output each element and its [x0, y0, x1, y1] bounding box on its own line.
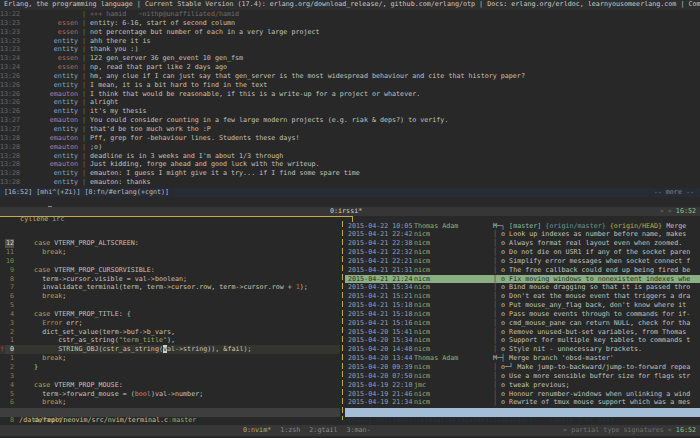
commit-date: 2015-04-21 21:31 — [348, 266, 414, 275]
chat-nick: essen — [28, 19, 78, 28]
tmux-statusbar-outer: Foo local 0:nvim*1:zsh2:gtail3:man- » pa… — [0, 425, 700, 436]
commit-row[interactable]: 2015-04-21 22:32nicm│ o Do not die on US… — [345, 248, 700, 257]
chat-line: 13:27entity | that'd be too much work th… — [0, 125, 700, 134]
pane-border-vertical[interactable] — [342, 221, 343, 420]
commit-row[interactable]: 2015-04-21 22:21nicm│ o Simplify error m… — [345, 257, 700, 266]
code-line: 10 — [0, 257, 340, 266]
line-number: 2 — [5, 363, 14, 372]
commit-row[interactable]: 2015-04-19 22:10jmc│ o tweak previous; — [345, 381, 700, 390]
line-number: 5 — [5, 301, 14, 310]
code-line: 8 term->cursor.visible = val->boolean; — [0, 275, 340, 284]
chat-message: not percentage but number of each in a v… — [90, 28, 320, 36]
tmux-window-tab[interactable]: 3:man- — [347, 426, 371, 434]
chat-nick: entity — [28, 37, 78, 46]
commit-row[interactable]: 2015-04-21 15:34nicm│ o Bind mouse dragg… — [345, 283, 700, 292]
tmux-window-tab-irssi[interactable]: 0:irssi* — [330, 207, 362, 216]
commit-row[interactable]: 2015-04-20 14:48nicm│ o Style nit - unne… — [345, 345, 700, 354]
chat-nick: entity — [28, 72, 78, 81]
line-number: 0 — [5, 345, 14, 354]
line-number: 7 — [5, 283, 14, 292]
chat-line: 13:28emauton | Just kidding, forge ahead… — [0, 160, 700, 169]
chat-nick: entity — [28, 98, 78, 107]
commit-row[interactable]: 2015-04-21 15:18nicm│ o Put mouse_any_fl… — [345, 301, 700, 310]
code-line: 1 break; — [0, 354, 340, 363]
commit-date: 2015-04-21 15:16 — [348, 319, 414, 328]
commit-author: nicm — [414, 390, 493, 399]
code-line: 1 cstr_as_string("term_title"), — [0, 336, 340, 345]
commit-date: 2015-04-20 07:50 — [348, 372, 414, 381]
commit-author: nicm — [414, 266, 493, 275]
commit-row[interactable]: 2015-04-21 15:18nicm│ o Pass mouse event… — [345, 310, 700, 319]
commit-row[interactable]: 2015-04-20 09:39nicm│ o─┘ Make jump-to-b… — [345, 363, 700, 372]
line-number: 6 — [5, 398, 14, 407]
chat-line: 13:26entity | it's my thesis — [0, 107, 700, 116]
tmux-window-tab[interactable]: 2:gtail — [309, 426, 337, 434]
chat-line: 13:28emauton | ;o) — [0, 143, 700, 152]
commit-row[interactable]: 2015-04-20 13:44Thomas AdamM─┤ Merge bra… — [345, 354, 700, 363]
commit-row[interactable]: 2015-04-20 07:50nicm│ o Use a more sensi… — [345, 372, 700, 381]
commit-date: 2015-04-21 15:18 — [348, 301, 414, 310]
commit-author: nicm — [414, 283, 493, 292]
chat-message: Just kidding, forge ahead and good luck … — [90, 160, 320, 168]
chat-area[interactable]: 13:22 | +++ hamid ~nithp@unaffiliated/ha… — [0, 10, 700, 187]
chat-nick: entity — [28, 178, 78, 187]
commit-row[interactable]: 2015-04-21 15:21nicm│ o Don't eat the mo… — [345, 292, 700, 301]
code-line: !0 STRING_OBJ(cstr_as_string(val->string… — [0, 345, 340, 354]
commit-author: nicm — [414, 345, 493, 354]
vim-pane[interactable]: 12 case VTERM_PROP_ALTSCREEN: 11 break; … — [0, 222, 340, 438]
clock-outer: 16:52 — [676, 426, 696, 434]
chat-line: 13:24essen | np, read that part like 2 d… — [0, 63, 700, 72]
line-number: 8 — [5, 275, 14, 284]
tmux-window-tab[interactable]: 1:zsh — [280, 426, 300, 434]
irssi-statusbar: [16:52] [mhi^(+Zi)] [8:fn/#erlang(+cgnt)… — [0, 188, 700, 198]
tmux-window-tab[interactable]: 0:nvim* — [243, 426, 271, 434]
commit-author: nicm — [414, 310, 493, 319]
tmux-window-list: 0:nvim*1:zsh2:gtail3:man- — [243, 425, 380, 436]
chat-message: ;o) — [90, 143, 102, 151]
chat-nick: emauton — [28, 134, 78, 143]
chat-line: 13:23essen | not percentage but number o… — [0, 28, 700, 37]
chat-message: that'd be too much work tho :P — [90, 125, 211, 133]
chat-message: np, read that part like 2 days ago — [90, 63, 227, 71]
commit-row[interactable]: 2015-04-21 22:38nicm│ o Always format re… — [345, 239, 700, 248]
line-number: 2 — [5, 328, 14, 337]
irc-input-line[interactable]: #erlang — [0, 198, 700, 207]
commit-author: nicm — [414, 239, 493, 248]
vim-git-branch: master — [172, 416, 196, 424]
chat-nick: emauton — [28, 116, 78, 125]
irssi-statusbar-info: [16:52] [mhi^(+Zi)] [8:fn/#erlang(+cgnt)… — [4, 188, 169, 197]
code-line: 2 } — [0, 363, 340, 372]
code-line: 3 — [0, 372, 340, 381]
chat-message: entity: 6-16, start of second column — [90, 19, 235, 27]
commit-row[interactable]: 2015-04-21 15:16nicm│ o cmd_mouse_pane c… — [345, 319, 700, 328]
commit-date: 2015-04-21 22:38 — [348, 239, 414, 248]
commit-date: 2015-04-21 21:24 — [348, 275, 414, 284]
status-note: » partial type signatures « — [563, 426, 672, 434]
chat-message: 122 gen_server 36 gen_event 10 gen_fsm — [90, 54, 243, 62]
commit-date: 2015-04-19 22:10 — [348, 381, 414, 390]
chat-line: 13:26entity | hm, any clue if I can just… — [0, 72, 700, 81]
line-number: 12 — [5, 239, 14, 248]
commit-author: nicm — [414, 275, 493, 284]
commit-row[interactable]: 2015-04-21 21:31nicm│ o The free callbac… — [345, 266, 700, 275]
line-number: 5 — [5, 390, 14, 399]
code-line: 3 Error err; — [0, 319, 340, 328]
code-line: 6 break; — [0, 292, 340, 301]
chat-message: ahh there it is — [90, 37, 150, 45]
code-line: 5 term->forward_mouse = (bool)val->numbe… — [0, 390, 340, 399]
tig-pane[interactable]: 2015-04-22 10:05Thomas AdamM─┐ [master] … — [345, 222, 700, 408]
commit-row[interactable]: 2015-04-19 21:34nicm│ o Rewrite of tmux … — [345, 398, 700, 407]
commit-date: 2015-04-20 15:41 — [348, 328, 414, 337]
chat-nick: essen — [28, 54, 78, 63]
chat-nick: emauton — [28, 160, 78, 169]
commit-date: 2015-04-21 15:18 — [348, 310, 414, 319]
commit-author: nicm — [414, 319, 493, 328]
commit-row[interactable]: 2015-04-20 15:34nicm│ o Support for mult… — [345, 336, 700, 345]
code-line: 11 break; — [0, 248, 340, 257]
line-number: 10 — [5, 257, 14, 266]
chat-line: 13:24essen | 122 gen_server 36 gen_event… — [0, 54, 700, 63]
pane-border-horizontal[interactable] — [0, 216, 353, 217]
chat-message: emauton: I guess I might give it a try..… — [90, 169, 360, 177]
commit-row[interactable]: 2015-04-21 22:42nicm│ o Look up indexes … — [345, 230, 700, 239]
commit-author: nicm — [414, 301, 493, 310]
